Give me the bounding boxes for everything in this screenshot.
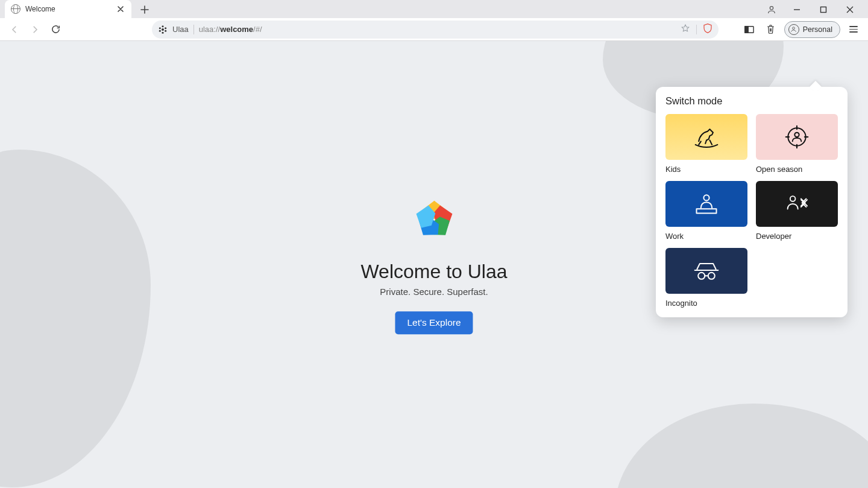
bookmark-star-icon[interactable] (681, 24, 690, 35)
shield-icon[interactable] (703, 23, 712, 36)
svg-point-17 (708, 273, 715, 279)
svg-point-15 (790, 196, 796, 201)
desk-person-icon (693, 192, 720, 216)
address-bar[interactable]: Ulaa ulaa://welcome/#/ (152, 21, 719, 39)
tab-strip: Welcome (0, 0, 868, 18)
page-title: Welcome to Ulaa (360, 261, 507, 283)
page-content: Welcome to Ulaa Private. Secure. Superfa… (0, 41, 868, 488)
svg-point-11 (793, 27, 795, 30)
mode-label: Open season (756, 165, 838, 174)
rocking-horse-icon (693, 125, 720, 149)
back-button[interactable] (6, 21, 23, 38)
tab-close-button[interactable] (116, 4, 125, 14)
svg-rect-1 (821, 7, 826, 13)
window-minimize-button[interactable] (784, 1, 810, 18)
lets-explore-button[interactable]: Let's Explore (395, 311, 473, 334)
window-maximize-button[interactable] (810, 1, 837, 18)
svg-point-13 (794, 133, 799, 137)
app-menu-button[interactable] (845, 21, 862, 38)
svg-point-16 (698, 273, 705, 279)
svg-rect-10 (745, 26, 748, 33)
url-display: ulaa://welcome/#/ (199, 25, 262, 34)
code-person-icon (782, 193, 811, 215)
site-identity-icon (158, 25, 168, 34)
popover-title: Switch mode (665, 95, 838, 107)
side-panel-button[interactable] (741, 21, 758, 38)
mode-label: Kids (665, 165, 747, 174)
incognito-icon (693, 260, 720, 282)
omnibox-divider-2 (696, 25, 697, 34)
svg-point-5 (165, 30, 166, 31)
profile-avatar-icon (788, 24, 799, 35)
window-controls (763, 1, 863, 18)
svg-point-14 (703, 195, 709, 200)
mode-card-work[interactable]: Work (665, 181, 747, 241)
svg-point-6 (162, 31, 163, 33)
browser-tab[interactable]: Welcome (5, 0, 131, 18)
profile-mode-pill[interactable]: Personal (784, 21, 840, 38)
mode-label: Work (665, 232, 747, 241)
crosshair-person-icon (784, 124, 810, 150)
svg-point-7 (159, 30, 161, 31)
mode-card-open-season[interactable]: Open season (756, 114, 838, 174)
mode-label: Developer (756, 232, 838, 241)
omnibox-divider (193, 25, 194, 34)
browser-toolbar: Ulaa ulaa://welcome/#/ Personal (0, 18, 868, 41)
svg-point-3 (162, 25, 163, 27)
tab-title: Welcome (25, 5, 55, 13)
mode-label: Incognito (665, 299, 747, 308)
forward-button[interactable] (27, 21, 43, 38)
mode-card-incognito[interactable]: Incognito (665, 248, 747, 308)
hero-section: Welcome to Ulaa Private. Secure. Superfa… (360, 189, 507, 334)
ulaa-logo-icon (404, 189, 464, 250)
window-close-button[interactable] (837, 1, 863, 18)
mode-card-kids[interactable]: Kids (665, 114, 747, 174)
svg-point-0 (770, 7, 773, 10)
reload-button[interactable] (47, 21, 64, 38)
site-name-label: Ulaa (172, 25, 189, 34)
titlebar-profile-icon[interactable] (763, 1, 780, 18)
svg-point-8 (159, 27, 161, 29)
svg-point-4 (165, 27, 166, 29)
bg-blob (0, 150, 151, 487)
bg-blob (615, 404, 868, 488)
profile-label: Personal (803, 25, 832, 34)
page-tagline: Private. Secure. Superfast. (360, 287, 507, 297)
switch-mode-popover: Switch mode Kids (656, 87, 848, 317)
trash-icon[interactable] (763, 21, 779, 38)
globe-icon (11, 4, 20, 14)
new-tab-button[interactable] (136, 1, 153, 18)
mode-card-developer[interactable]: Developer (756, 181, 838, 241)
svg-point-2 (162, 28, 164, 31)
mode-grid: Kids Open season (665, 114, 838, 308)
